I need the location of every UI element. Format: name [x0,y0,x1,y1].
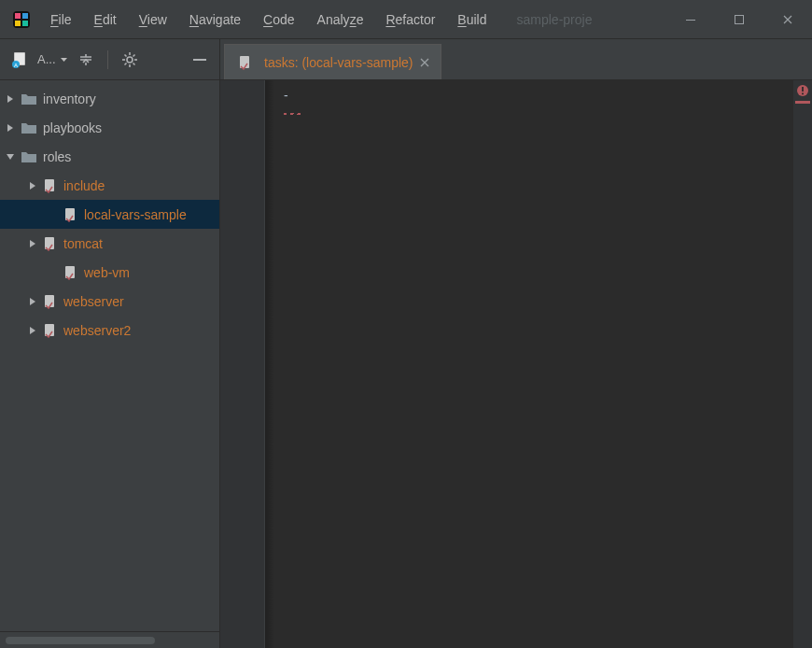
expand-icon[interactable] [26,295,39,308]
title-bar: File Edit View Navigate Code Analyze Ref… [0,0,812,39]
svg-rect-1 [15,13,21,19]
svg-point-11 [127,57,133,63]
collapse-icon[interactable] [4,150,17,163]
chevron-down-icon [60,55,68,63]
svg-rect-30 [802,93,804,95]
settings-icon[interactable] [118,48,142,72]
tree-label: include [63,178,105,193]
svg-rect-29 [802,87,804,92]
close-tab-icon[interactable] [418,58,431,67]
menu-analyze[interactable]: Analyze [306,8,375,31]
tree-folder-inventory[interactable]: inventory [0,84,219,113]
tree-item-webserver[interactable]: webserver [0,287,219,316]
ansible-view-icon[interactable]: A [7,48,32,72]
ansible-file-icon [43,236,58,251]
tree-folder-playbooks[interactable]: playbooks [0,113,219,142]
svg-line-18 [124,63,126,64]
ansible-file-icon [43,323,58,338]
ansible-file-icon [63,265,78,280]
menu-view[interactable]: View [128,8,178,31]
toolbar-divider [107,50,108,69]
ansible-file-icon [43,294,58,309]
menu-edit[interactable]: Edit [83,8,128,31]
maximize-button[interactable] [715,0,763,39]
tree-label: web-vm [84,265,130,280]
error-stripe-mark[interactable] [795,101,810,104]
expand-icon[interactable] [26,237,39,250]
expand-icon[interactable] [26,179,39,192]
editor-tab-active[interactable]: tasks: (local-vars-sample) [224,44,441,79]
error-indicator-icon[interactable] [796,84,809,97]
collapse-all-icon[interactable] [74,48,98,72]
tree-item-webserver2[interactable]: webserver2 [0,316,219,345]
svg-rect-4 [22,21,28,26]
tree-folder-roles[interactable]: roles [0,142,219,171]
project-tool-window: A A... [0,39,220,648]
svg-rect-2 [22,13,28,19]
scrollbar-thumb[interactable] [6,637,155,644]
svg-rect-5 [686,20,695,21]
tree-label: inventory [43,92,96,106]
app-icon [11,9,32,30]
project-name: sample-proje [498,12,667,27]
tree-label: roles [43,149,71,164]
menu-refactor[interactable]: Refactor [374,8,446,31]
tab-label: tasks: (local-vars-sample) [264,55,413,70]
close-button[interactable] [763,0,812,39]
sidebar-scrollbar[interactable] [0,631,219,648]
tree-item-tomcat[interactable]: tomcat [0,229,219,258]
ansible-file-icon [43,178,58,193]
gutter-shadow [265,80,274,648]
tree-label: playbooks [43,120,102,135]
editor-area: tasks: (local-vars-sample) - [220,39,812,648]
ansible-file-icon [63,207,78,222]
menu-bar: File Edit View Navigate Code Analyze Ref… [39,8,498,31]
project-tree[interactable]: inventory playbooks roles include [0,80,219,631]
svg-text:A: A [14,63,18,68]
svg-rect-6 [735,15,744,23]
error-stripe[interactable] [793,80,812,648]
tree-label: webserver [63,294,124,309]
expand-icon[interactable] [4,92,17,106]
expand-icon[interactable] [4,121,17,134]
code-editor[interactable]: - [220,80,812,648]
tree-label: webserver2 [63,323,131,338]
tree-item-local-vars-sample[interactable]: local-vars-sample [0,200,219,229]
view-selector[interactable]: A... [37,52,68,66]
minimize-button[interactable] [666,0,715,39]
hide-panel-icon[interactable] [188,48,212,72]
sidebar-toolbar: A A... [0,39,219,80]
menu-build[interactable]: Build [446,8,497,31]
expand-icon[interactable] [26,324,39,337]
menu-navigate[interactable]: Navigate [178,8,252,31]
tree-item-web-vm[interactable]: web-vm [0,258,219,287]
editor-gutter [220,80,265,648]
svg-rect-20 [193,59,206,61]
tree-label: local-vars-sample [84,207,187,222]
svg-line-16 [124,54,126,56]
folder-icon [21,150,37,163]
svg-rect-3 [15,21,21,26]
window-controls [666,0,812,38]
menu-code[interactable]: Code [252,8,305,31]
tree-item-include[interactable]: include [0,171,219,200]
folder-icon [21,92,37,106]
folder-icon [21,121,37,134]
code-content[interactable]: - [274,80,793,648]
code-text: - [284,88,288,103]
editor-tabstrip: tasks: (local-vars-sample) [220,39,812,80]
svg-line-19 [133,54,134,56]
ansible-file-icon [238,55,253,70]
svg-line-17 [133,63,134,64]
menu-file[interactable]: File [39,8,83,31]
error-underline [284,113,301,115]
tree-label: tomcat [63,236,103,251]
